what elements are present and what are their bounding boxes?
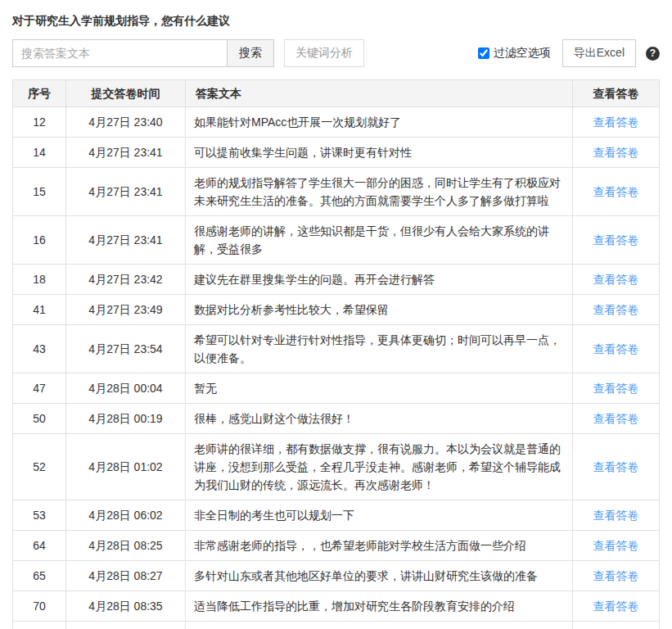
row-seq: 64 [13, 531, 66, 561]
table-row: 70 4月28日 08:35 适当降低工作指导的比重，增加对研究生各阶段教育安排… [13, 591, 660, 622]
toolbar-right: 过滤空选项 导出Excel ? [478, 39, 660, 67]
view-answer-link[interactable]: 查看答卷 [593, 460, 639, 473]
search-button[interactable]: 搜索 [227, 39, 274, 67]
row-submit-time: 4月28日 00:04 [66, 373, 186, 404]
row-answer-text: 很感谢老师的讲解，这些知识都是干货，但很少有人会给大家系统的讲解，受益很多 [186, 216, 573, 265]
header-submit-time: 提交答卷时间 [66, 80, 186, 107]
row-seq: 52 [13, 434, 66, 500]
view-answer-link[interactable]: 查看答卷 [593, 569, 639, 582]
row-answer-text: 老师讲的很详细，都有数据做支撑，很有说服力。本以为会议就是普通的讲座，没想到那么… [186, 434, 573, 500]
answers-table: 序号 提交答卷时间 答案文本 查看答卷 12 4月27日 23:40 如果能针对… [12, 79, 660, 629]
row-seq: 47 [13, 373, 66, 404]
row-answer-text: 很棒，感觉山财这个做法很好！ [186, 404, 573, 434]
row-submit-time: 4月27日 23:49 [66, 295, 186, 325]
table-row: 53 4月28日 06:02 非全日制的考生也可以规划一下 查看答卷 [13, 500, 660, 531]
row-submit-time: 4月27日 23:41 [66, 216, 186, 265]
view-answer-link[interactable]: 查看答卷 [593, 342, 639, 355]
header-seq: 序号 [13, 80, 66, 107]
answers-table-header: 序号 提交答卷时间 答案文本 查看答卷 [13, 80, 660, 107]
row-seq: 18 [13, 265, 66, 295]
row-submit-time: 4月28日 08:25 [66, 531, 186, 561]
row-submit-time: 4月28日 01:02 [66, 434, 186, 500]
header-view-answer: 查看答卷 [573, 80, 660, 107]
view-answer-link[interactable]: 查看答卷 [593, 382, 639, 395]
toolbar: 搜索 关键词分析 过滤空选项 导出Excel ? [12, 39, 660, 67]
row-answer-text: 适当降低工作指导的比重，增加对研究生各阶段教育安排的介绍 [186, 591, 573, 622]
row-answer-text: 暂无 [186, 373, 573, 404]
page-title: 对于研究生入学前规划指导，您有什么建议 [12, 12, 660, 29]
row-seq: 50 [13, 404, 66, 434]
row-answer-text: 可以提前收集学生问题，讲课时更有针对性 [186, 138, 573, 168]
row-submit-time: 4月27日 23:40 [66, 107, 186, 138]
row-seq: 65 [13, 561, 66, 591]
table-row: 50 4月28日 00:19 很棒，感觉山财这个做法很好！ 查看答卷 [13, 404, 660, 434]
search-group: 搜索 [12, 39, 274, 67]
table-row: 47 4月28日 00:04 暂无 查看答卷 [13, 373, 660, 404]
row-submit-time: 4月28日 06:02 [66, 500, 186, 531]
view-answer-link[interactable]: 查看答卷 [593, 273, 639, 286]
row-seq: 15 [13, 168, 66, 216]
row-seq: 16 [13, 216, 66, 265]
answers-table-body: 12 4月27日 23:40 如果能针对MPAcc也开展一次规划就好了 查看答卷… [13, 107, 660, 629]
filter-empty-label: 过滤空选项 [494, 46, 551, 61]
row-answer-text: 非常感谢老师的指导，，也希望老师能对学校生活方面做一些介绍 [186, 531, 573, 561]
row-answer-text: 建议先在群里搜集学生的问题。再开会进行解答 [186, 265, 573, 295]
table-row: 18 4月27日 23:42 建议先在群里搜集学生的问题。再开会进行解答 查看答… [13, 265, 660, 295]
filter-empty-checkbox[interactable] [478, 48, 489, 59]
view-answer-link[interactable]: 查看答卷 [593, 539, 639, 552]
table-row: 65 4月28日 08:27 多针对山东或者其他地区好单位的要求，讲讲山财研究生… [13, 561, 660, 591]
row-seq: 43 [13, 325, 66, 373]
table-row: 52 4月28日 01:02 老师讲的很详细，都有数据做支撑，很有说服力。本以为… [13, 434, 660, 500]
table-row: 12 4月27日 23:40 如果能针对MPAcc也开展一次规划就好了 查看答卷 [13, 107, 660, 138]
row-seq: 14 [13, 138, 66, 168]
table-row: 16 4月27日 23:41 很感谢老师的讲解，这些知识都是干货，但很少有人会给… [13, 216, 660, 265]
row-seq: 12 [13, 107, 66, 138]
view-answer-link[interactable]: 查看答卷 [593, 146, 639, 159]
survey-answer-panel: 对于研究生入学前规划指导，您有什么建议 搜索 关键词分析 过滤空选项 导出Exc… [0, 0, 672, 629]
row-submit-time: 4月27日 23:41 [66, 138, 186, 168]
row-submit-time: 4月27日 23:54 [66, 325, 186, 373]
view-answer-link[interactable]: 查看答卷 [593, 115, 639, 129]
row-seq: 70 [13, 591, 66, 622]
table-row-partial [13, 622, 660, 629]
search-input[interactable] [12, 39, 227, 67]
view-answer-link[interactable]: 查看答卷 [593, 509, 639, 522]
row-submit-time: 4月27日 23:41 [66, 168, 186, 216]
table-row: 15 4月27日 23:41 老师的规划指导解答了学生很大一部分的困惑，同时让学… [13, 168, 660, 216]
row-answer-text: 希望可以针对专业进行针对性指导，更具体更确切；时间可以再早一点，以便准备。 [186, 325, 573, 373]
keyword-analysis-button[interactable]: 关键词分析 [284, 39, 364, 67]
row-answer-text: 如果能针对MPAcc也开展一次规划就好了 [186, 107, 573, 138]
table-row: 14 4月27日 23:41 可以提前收集学生问题，讲课时更有针对性 查看答卷 [13, 138, 660, 168]
export-excel-button[interactable]: 导出Excel [562, 39, 636, 67]
row-seq: 53 [13, 500, 66, 531]
view-answer-link[interactable]: 查看答卷 [593, 412, 639, 425]
row-answer-text: 数据对比分析参考性比较大，希望保留 [186, 295, 573, 325]
view-answer-link[interactable]: 查看答卷 [593, 185, 639, 198]
view-answer-link[interactable]: 查看答卷 [593, 600, 639, 613]
row-seq: 41 [13, 295, 66, 325]
header-answer-text: 答案文本 [186, 80, 573, 107]
row-submit-time: 4月28日 00:19 [66, 404, 186, 434]
row-submit-time: 4月28日 08:35 [66, 591, 186, 622]
view-answer-link[interactable]: 查看答卷 [593, 233, 639, 247]
table-row: 41 4月27日 23:49 数据对比分析参考性比较大，希望保留 查看答卷 [13, 295, 660, 325]
table-row: 64 4月28日 08:25 非常感谢老师的指导，，也希望老师能对学校生活方面做… [13, 531, 660, 561]
row-answer-text: 老师的规划指导解答了学生很大一部分的困惑，同时让学生有了积极应对未来研究生生活的… [186, 168, 573, 216]
row-answer-text: 非全日制的考生也可以规划一下 [186, 500, 573, 531]
help-icon[interactable]: ? [646, 47, 660, 61]
row-submit-time: 4月28日 08:27 [66, 561, 186, 591]
view-answer-link[interactable]: 查看答卷 [593, 303, 639, 316]
filter-empty-option[interactable]: 过滤空选项 [478, 46, 551, 61]
row-answer-text: 多针对山东或者其他地区好单位的要求，讲讲山财研究生该做的准备 [186, 561, 573, 591]
table-row: 43 4月27日 23:54 希望可以针对专业进行针对性指导，更具体更确切；时间… [13, 325, 660, 373]
row-submit-time: 4月27日 23:42 [66, 265, 186, 295]
